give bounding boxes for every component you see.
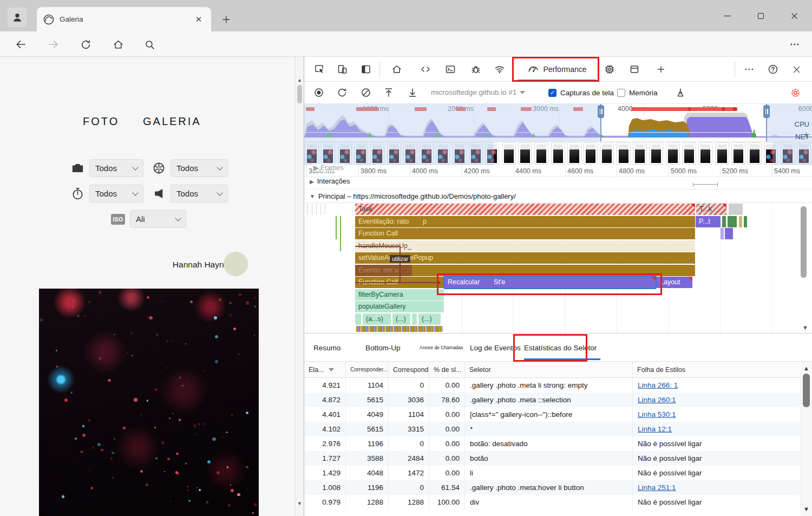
timeline-overview[interactable]: 1000 ms 2000 ms 3000 ms 4000 ms 5000 ms … <box>304 104 812 142</box>
screenshot-frame[interactable] <box>567 142 581 165</box>
scroll-down-icon[interactable]: ▼ <box>297 501 303 506</box>
tab-resumo[interactable]: Resumo <box>313 334 340 362</box>
tab-performance[interactable]: Performance <box>518 57 597 82</box>
col-header-stylesheet[interactable]: Folha de Estilos <box>633 362 801 378</box>
table-row[interactable]: 1.429404814720.00liNão é possível ligar <box>304 466 801 480</box>
reload-and-record-button[interactable] <box>336 87 348 99</box>
minimize-button[interactable] <box>715 6 739 25</box>
flame-bar-layout[interactable]: Layout <box>657 277 692 288</box>
maximize-button[interactable] <box>748 6 773 25</box>
interactions-track[interactable]: ▶Interações <box>304 177 812 190</box>
forward-button[interactable] <box>46 37 60 51</box>
table-row[interactable]: 0.97912881288100.00divNão é possível lig… <box>304 495 801 510</box>
device-emulation-button[interactable] <box>336 63 348 75</box>
flame-bar-anon-call-4[interactable] <box>412 313 417 325</box>
tab-close-icon[interactable]: ✕ <box>193 14 205 25</box>
screenshot-frame[interactable] <box>518 142 532 165</box>
elements-tab[interactable] <box>420 63 431 75</box>
screenshot-frame[interactable] <box>698 142 712 165</box>
profile-avatar[interactable] <box>8 8 27 27</box>
table-row[interactable]: 4.102561533150.00*Linha 12:1 <box>304 422 801 436</box>
screenshot-frame[interactable] <box>715 142 729 165</box>
inspect-element-button[interactable] <box>313 63 325 75</box>
col-header-elapsed[interactable]: Ela... <box>304 362 346 378</box>
flame-scroll-thumb[interactable] <box>801 206 807 278</box>
filter-aperture-select[interactable]: Todos <box>171 159 228 177</box>
stylesheet-link[interactable]: Linha 251:1 <box>638 484 676 492</box>
table-row[interactable]: 4.8725615303678.60.gallery .photo .meta … <box>304 393 801 407</box>
expand-caret-icon[interactable]: ▶ <box>310 179 314 185</box>
table-row[interactable]: 1.0081196061.54.gallery .photo .meta:hov… <box>304 480 801 495</box>
tab-estat-sticas-do-seletor[interactable]: Estatísticas do Seletor <box>524 334 597 362</box>
flame-bar-anon-call-5[interactable]: (...) <box>418 313 441 325</box>
home-button[interactable] <box>111 37 125 51</box>
tab-bottom-up[interactable]: Bottom-Up <box>365 334 401 362</box>
browser-menu-button[interactable] <box>788 37 802 51</box>
flame-bar-gpu-1[interactable] <box>722 216 726 227</box>
performance-settings-button[interactable] <box>789 87 801 99</box>
collapse-caret-icon[interactable]: ▼ <box>310 193 315 199</box>
scroll-up-icon[interactable]: ▲ <box>297 77 303 83</box>
table-scrollbar[interactable]: ▲ ▼ <box>801 362 812 516</box>
gallery-photo[interactable] <box>39 289 259 516</box>
flame-bar-purple-3[interactable] <box>728 228 733 239</box>
flame-bar-populate-gallery[interactable]: populateGallery <box>355 301 444 312</box>
filter-flash-select[interactable]: Todos <box>171 185 228 203</box>
screenshot-frame[interactable] <box>748 142 762 165</box>
filter-iso-select[interactable]: Ali <box>130 210 186 228</box>
main-thread-track[interactable]: ▼Principal – https://microsoftedge.githu… <box>304 190 812 203</box>
selection-handle-left[interactable] <box>600 104 601 142</box>
application-tab[interactable] <box>628 63 640 75</box>
photographer-avatar[interactable] <box>224 252 248 276</box>
flame-bar-task-3[interactable] <box>729 204 743 215</box>
screenshot-frame[interactable] <box>617 142 631 165</box>
dock-side-button[interactable] <box>360 63 372 75</box>
flame-bar-anon-call-1[interactable] <box>355 313 361 325</box>
flame-bar-evento-emu[interactable]: Evento: em u <box>355 265 695 276</box>
flame-bar-task-2[interactable]: T...k <box>696 204 726 215</box>
scroll-up-icon[interactable]: ▲ <box>803 365 809 371</box>
record-button[interactable] <box>313 87 325 99</box>
flame-bar-anon-call-2[interactable]: (a...s) <box>363 313 391 325</box>
stylesheet-link[interactable]: Linha 260:1 <box>638 396 676 404</box>
flame-bar-filter-by-camera[interactable]: filterByCamera <box>355 289 444 301</box>
stylesheet-link[interactable]: Linha 266: 1 <box>638 381 678 389</box>
more-tabs-button[interactable] <box>655 63 667 75</box>
devtools-home-tab[interactable] <box>391 63 403 75</box>
table-row[interactable]: 4.921110400.00.gallery .photo .meta li s… <box>304 378 801 393</box>
page-scroll-thumb[interactable] <box>297 85 302 103</box>
screenshot-frame[interactable] <box>731 142 745 165</box>
flame-bar-anon-call-3[interactable]: (...) <box>392 313 410 325</box>
screenshots-checkbox[interactable]: ✓ <box>548 89 556 97</box>
table-row[interactable]: 4.401404911040.00[class*=" gallery-icon-… <box>304 407 801 422</box>
screenshot-frame[interactable] <box>600 142 614 165</box>
profile-selector[interactable]: microsoftedge.github.io #1 <box>431 88 525 96</box>
tab-log-de-eventos[interactable]: Log de Eventos <box>470 334 521 362</box>
console-tab[interactable] <box>444 63 456 75</box>
screenshot-frame[interactable] <box>633 142 647 165</box>
reload-button[interactable] <box>78 37 93 51</box>
collect-garbage-button[interactable] <box>675 87 686 99</box>
scroll-down-icon[interactable]: ▼ <box>803 506 809 512</box>
flame-bar-recalcular[interactable]: RecalcularSt'e <box>444 277 656 288</box>
col-header-match1[interactable]: Corresponder... <box>346 362 389 378</box>
selection-handle-right[interactable] <box>766 104 767 142</box>
load-profile-button[interactable] <box>383 87 395 99</box>
table-row[interactable]: 1.727358824840.00botãoNão é possível lig… <box>304 451 801 466</box>
browser-tab[interactable]: Galeria ✕ <box>37 7 211 31</box>
col-header-selector[interactable]: Seletor <box>465 362 633 378</box>
frames-track-label[interactable]: ▶ Frames <box>312 164 345 172</box>
flame-bar-micro-strip[interactable] <box>356 326 443 332</box>
flame-bar-purple-1[interactable] <box>721 228 724 239</box>
filter-camera-select[interactable]: Todos <box>89 159 143 177</box>
screenshot-frame[interactable] <box>584 142 598 165</box>
close-window-button[interactable] <box>782 6 807 25</box>
col-header-pct[interactable]: % de sl... <box>429 362 465 378</box>
network-tab[interactable] <box>494 63 506 75</box>
page-scrollbar[interactable]: ▲ ▼ <box>295 57 304 516</box>
stylesheet-link[interactable]: Linha 12:1 <box>638 425 672 433</box>
help-button[interactable] <box>767 63 779 75</box>
flame-bar-handle-mouse-up[interactable]: handleMouseUp_ <box>355 240 695 252</box>
scroll-down-icon[interactable]: ▼ <box>802 324 808 331</box>
screenshot-frame[interactable] <box>502 142 516 165</box>
